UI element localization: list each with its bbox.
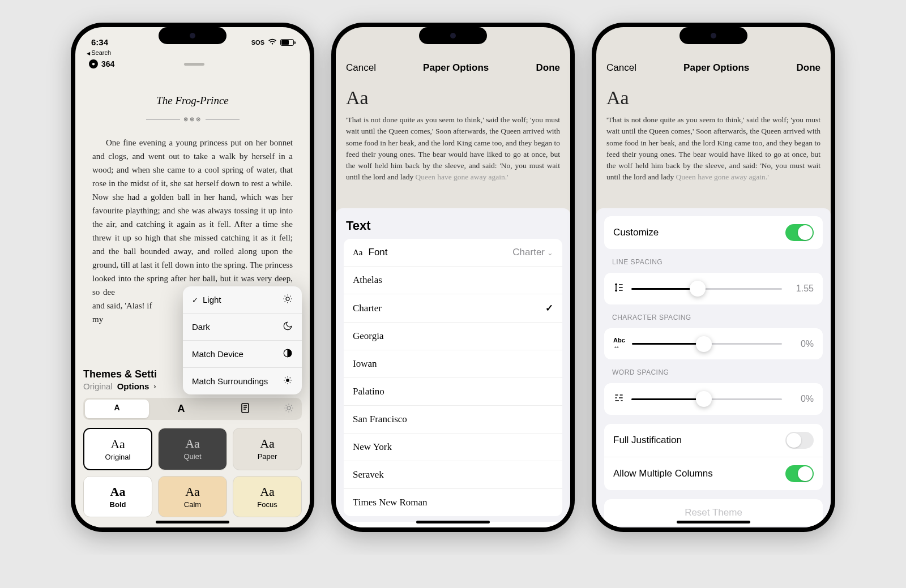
wifi-icon: [268, 38, 277, 46]
font-option-san-francisco[interactable]: San Francisco: [344, 406, 562, 434]
customize-toggle[interactable]: [785, 224, 814, 241]
font-option-times-new-roman[interactable]: Times New Roman: [344, 489, 562, 516]
moon-icon: [283, 321, 293, 333]
menu-match-surroundings[interactable]: Match Surroundings: [183, 368, 302, 394]
page-dot-icon: ●: [89, 59, 98, 68]
word-spacing-slider[interactable]: [631, 398, 782, 400]
preview-aa: Aa: [346, 87, 560, 109]
menu-match-device[interactable]: Match Device: [183, 341, 302, 368]
ambient-icon: [283, 375, 293, 387]
word-spacing-value: 0%: [789, 394, 814, 404]
svg-rect-3: [242, 404, 249, 413]
char-spacing-label: CHARACTER SPACING: [596, 304, 831, 325]
status-right: SOS: [251, 38, 294, 46]
char-spacing-value: 0%: [789, 339, 814, 349]
font-option-georgia[interactable]: Georgia: [344, 323, 562, 350]
home-indicator[interactable]: [677, 521, 750, 523]
theme-paper[interactable]: AaPaper: [233, 428, 302, 470]
text-preview: Aa 'That is not done quite as you seem t…: [596, 81, 831, 194]
home-indicator[interactable]: [416, 521, 490, 523]
line-spacing-slider[interactable]: [631, 288, 782, 290]
phone-2: Cancel Paper Options Done Aa 'That is no…: [331, 23, 575, 532]
modal-header: Cancel Paper Options Done: [336, 52, 570, 81]
allow-columns-toggle[interactable]: [785, 465, 814, 482]
customize-card: Customize: [604, 216, 823, 249]
sos-label: SOS: [251, 39, 264, 46]
chevron-right-icon: ›: [153, 382, 156, 390]
device-notch: [159, 27, 226, 44]
svg-point-4: [287, 406, 290, 410]
done-button[interactable]: Done: [796, 62, 820, 74]
preview-body: 'That is not done quite as you seem to t…: [606, 114, 820, 183]
checkmark-icon: ✓: [545, 302, 553, 314]
menu-light[interactable]: ✓Light: [183, 286, 302, 314]
chapter-title: The Frog-Prince: [75, 95, 310, 107]
preview-body: 'That is not done quite as you seem to t…: [346, 114, 560, 183]
device-notch: [680, 27, 747, 44]
phone-3: Cancel Paper Options Done Aa 'That is no…: [592, 23, 835, 532]
line-spacing-value: 1.55: [789, 284, 814, 294]
modal-title: Paper Options: [683, 62, 749, 74]
text-preview: Aa 'That is not done quite as you seem t…: [336, 81, 570, 194]
full-justification-row[interactable]: Full Justification: [604, 424, 823, 457]
battery-icon: [280, 39, 294, 46]
modal-title: Paper Options: [423, 62, 489, 74]
contrast-icon: [283, 348, 293, 360]
font-option-charter[interactable]: Charter✓: [344, 294, 562, 323]
theme-calm[interactable]: AaCalm: [158, 476, 227, 517]
line-spacing-label: LINE SPACING: [596, 249, 831, 269]
chapter-divider: ⊗⊗⊗: [75, 116, 310, 122]
textsize-small[interactable]: A: [85, 400, 149, 418]
sheet-grabber[interactable]: [184, 63, 204, 66]
char-spacing-card: Abc↔ 0%: [604, 328, 823, 359]
font-option-iowan[interactable]: Iowan: [344, 350, 562, 378]
textsize-large[interactable]: A: [149, 400, 213, 418]
theme-grid: AaOriginal AaQuiet AaPaper AaBold AaCalm…: [83, 428, 302, 517]
svg-point-2: [287, 379, 289, 382]
theme-quiet[interactable]: AaQuiet: [158, 428, 227, 470]
char-spacing-icon: Abc↔: [613, 337, 625, 350]
phone-1: 6:34 SOS Search ● 364 The Frog-Prince ⊗⊗…: [71, 23, 314, 532]
modal-header: Cancel Paper Options Done: [596, 52, 831, 81]
page-number: 364: [101, 59, 114, 68]
line-spacing-icon: [613, 282, 625, 295]
font-option-seravek[interactable]: Seravek: [344, 461, 562, 489]
font-option-athelas[interactable]: Athelas: [344, 267, 562, 294]
svg-point-0: [286, 297, 289, 301]
font-card: Aa Font Charter⌄ AthelasCharter✓GeorgiaI…: [344, 239, 562, 516]
brightness-button[interactable]: [277, 400, 300, 418]
font-selector-row[interactable]: Aa Font Charter⌄: [344, 239, 562, 267]
line-spacing-card: 1.55: [604, 273, 823, 304]
preview-aa: Aa: [606, 87, 820, 109]
options-sheet[interactable]: Text Aa Font Charter⌄ AthelasCharter✓Geo…: [336, 208, 570, 527]
scroll-mode-icon[interactable]: [213, 400, 277, 418]
cancel-button[interactable]: Cancel: [606, 62, 636, 74]
allow-columns-row[interactable]: Allow Multiple Columns: [604, 457, 823, 490]
device-notch: [419, 27, 487, 44]
word-spacing-card: 0%: [604, 383, 823, 415]
word-spacing-label: WORD SPACING: [596, 359, 831, 380]
theme-segmented-control: A A: [83, 398, 302, 420]
word-spacing-icon: [613, 392, 625, 406]
font-option-palatino[interactable]: Palatino: [344, 378, 562, 406]
font-option-new-york[interactable]: New York: [344, 434, 562, 461]
home-indicator[interactable]: [156, 521, 229, 523]
theme-bold[interactable]: AaBold: [83, 476, 152, 517]
theme-original[interactable]: AaOriginal: [83, 428, 152, 470]
menu-dark[interactable]: Dark: [183, 314, 302, 341]
done-button[interactable]: Done: [536, 62, 560, 74]
options-sheet[interactable]: Customize LINE SPACING 1.55 CHARACTER SP…: [596, 208, 831, 527]
char-spacing-slider[interactable]: [632, 343, 782, 345]
status-time: 6:34: [91, 37, 108, 47]
chevron-down-icon: ⌄: [547, 248, 553, 257]
brightness-mode-menu: ✓Light Dark Match Device Match Surroundi…: [183, 286, 302, 394]
justify-card: Full Justification Allow Multiple Column…: [604, 424, 823, 490]
justification-toggle[interactable]: [785, 432, 814, 449]
section-text: Text: [336, 208, 570, 239]
customize-row[interactable]: Customize: [604, 216, 823, 249]
theme-focus[interactable]: AaFocus: [233, 476, 302, 517]
sun-icon: [283, 294, 293, 306]
back-crumb[interactable]: Search: [75, 49, 310, 56]
cancel-button[interactable]: Cancel: [346, 62, 376, 74]
